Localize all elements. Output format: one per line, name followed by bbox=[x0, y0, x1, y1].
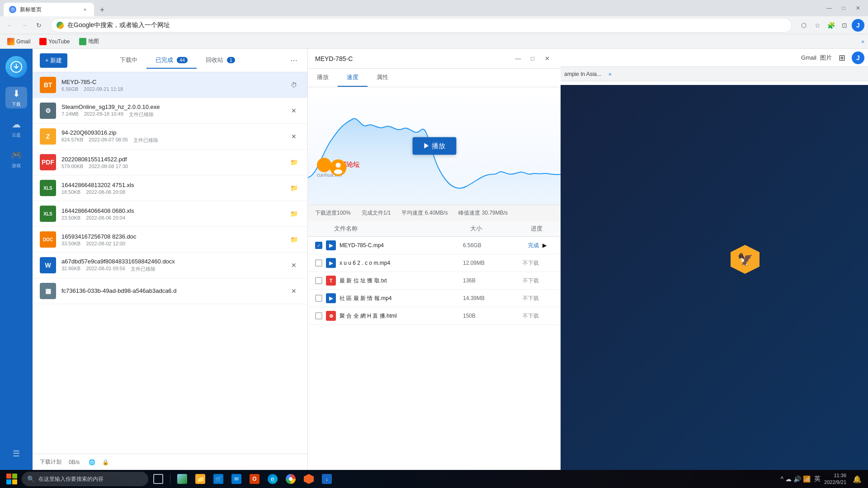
file-action-close-1[interactable]: ✕ bbox=[288, 104, 300, 117]
back-button[interactable]: ← bbox=[4, 19, 16, 32]
file-checkbox-2[interactable] bbox=[315, 277, 322, 284]
cast-button[interactable]: ⬡ bbox=[797, 19, 810, 32]
tab-completed[interactable]: 已完成 44 bbox=[146, 52, 197, 69]
bookmark-youtube[interactable]: YouTube bbox=[36, 37, 73, 47]
taskbar-mail[interactable]: ✉ bbox=[228, 471, 245, 487]
file-action-clock[interactable]: ⏱ bbox=[288, 79, 300, 91]
sidebar-games-btn[interactable]: 🎮 游戏 bbox=[5, 148, 27, 170]
file-checkbox-3[interactable] bbox=[315, 295, 322, 302]
tab-downloading[interactable]: 下载中 bbox=[111, 52, 146, 69]
file-action-close-8[interactable]: ✕ bbox=[288, 285, 300, 297]
file-row-progress-2: 不下载 bbox=[503, 277, 539, 285]
play-button[interactable]: ▶ 播放 bbox=[412, 137, 456, 155]
file-checkbox-0[interactable]: ✓ bbox=[315, 242, 322, 249]
detail-tabs: 播放 速度 属性 bbox=[308, 69, 561, 87]
forward-button[interactable]: → bbox=[18, 19, 31, 32]
sidebar-download-label: 下载 bbox=[12, 101, 21, 108]
tab-properties[interactable]: 属性 bbox=[368, 69, 397, 87]
taskbar-cloud-icon[interactable]: ☁ bbox=[785, 475, 792, 483]
file-item-8[interactable]: ▦ fc736136-033b-49ad-bd98-a546ab3adca6.d… bbox=[33, 278, 307, 304]
taskbar-office[interactable]: O bbox=[246, 471, 263, 487]
minimize-button[interactable]: — bbox=[823, 2, 835, 14]
taskbar-notification-btn[interactable]: 🔔 bbox=[850, 472, 864, 486]
tr-avatar[interactable]: J bbox=[852, 52, 864, 64]
file-row-icon-0: ▶ bbox=[326, 240, 336, 250]
taskbar-brave[interactable] bbox=[301, 471, 317, 487]
tab-recycled[interactable]: 回收站 1 bbox=[197, 52, 244, 69]
file-meta-0: 6.56GB 2022-09-21 11:18 bbox=[61, 86, 282, 92]
taskbar-idm[interactable]: ↓ bbox=[319, 471, 335, 487]
maximize-button[interactable]: □ bbox=[837, 2, 850, 14]
file-checkbox-1[interactable] bbox=[315, 259, 322, 267]
detail-minimize-btn[interactable]: — bbox=[512, 52, 524, 65]
file-action-folder-5[interactable]: 📁 bbox=[288, 207, 300, 220]
close-button[interactable]: ✕ bbox=[852, 2, 864, 14]
bookmarks-more[interactable]: » bbox=[861, 38, 864, 45]
sidebar-download-btn[interactable]: ⬇ 下载 bbox=[5, 87, 27, 108]
tab-search-button[interactable]: ⊡ bbox=[838, 19, 851, 32]
file-item-4[interactable]: XLS 164428664813202 4751.xls 18.50KB 202… bbox=[33, 175, 307, 201]
detail-maximize-btn[interactable]: □ bbox=[526, 52, 539, 65]
file-item-6[interactable]: DOC 165934167256708 8236.doc 33.50KB 202… bbox=[33, 227, 307, 253]
file-action-folder-4[interactable]: 📁 bbox=[288, 182, 300, 194]
detail-close-btn[interactable]: ✕ bbox=[541, 52, 553, 65]
file-item-2[interactable]: Z 94-220Q6093016.zip 624.57KB 2022-09-07… bbox=[33, 124, 307, 150]
taskbar-chevron-icon[interactable]: ^ bbox=[780, 475, 783, 483]
file-action-close-2[interactable]: ✕ bbox=[288, 130, 300, 143]
taskbar-clock[interactable]: 11:36 2022/9/21 bbox=[824, 472, 846, 486]
address-bar[interactable]: 在Google中搜索，或者输入一个网址 bbox=[51, 18, 792, 33]
sidebar-menu-btn[interactable]: ☰ bbox=[7, 445, 25, 463]
taskbar-task-view[interactable] bbox=[150, 471, 166, 487]
start-button[interactable] bbox=[4, 471, 20, 487]
bookmark-gmail[interactable]: Gmail bbox=[4, 37, 34, 47]
file-item-1[interactable]: ⚙ SteamOnline_sg139_hz_2.0.0.10.exe 7.14… bbox=[33, 98, 307, 124]
tr-bookmark-1[interactable]: ampie In Asia... bbox=[564, 71, 601, 77]
tab-close-btn[interactable]: × bbox=[81, 6, 89, 13]
file-row-4[interactable]: ⊕ 聚 合 全 網 H 直 播.html 150B 不下载 bbox=[308, 307, 561, 325]
taskbar-landscape-btn[interactable] bbox=[174, 471, 190, 487]
taskbar-search[interactable]: 🔍 在这里输入你要搜索的内容 bbox=[22, 472, 148, 486]
new-tab-button[interactable]: + bbox=[96, 4, 108, 16]
taskbar-volume-icon[interactable]: 🔊 bbox=[793, 475, 801, 483]
file-row-0[interactable]: ✓ ▶ MEYD-785-C.mp4 6.56GB 完成 ▶ bbox=[308, 237, 561, 254]
taskbar-store[interactable]: 🛒 bbox=[210, 471, 226, 487]
extensions-button[interactable]: 🧩 bbox=[825, 19, 837, 32]
bookmark-button[interactable]: ☆ bbox=[811, 19, 824, 32]
taskbar-date: 2022/9/21 bbox=[824, 479, 846, 486]
file-action-close-7[interactable]: ✕ bbox=[288, 259, 300, 272]
taskbar-edge[interactable]: e bbox=[264, 471, 281, 487]
tr-photos-link[interactable]: 图片 bbox=[820, 54, 832, 62]
file-note-2: 文件已移除 bbox=[133, 137, 158, 144]
file-item-0[interactable]: BT MEYD-785-C 6.56GB 2022-09-21 11:18 ⏱ bbox=[33, 72, 307, 98]
file-action-folder-3[interactable]: 📁 bbox=[288, 156, 300, 169]
user-avatar[interactable]: J bbox=[852, 19, 864, 32]
tr-gmail-link[interactable]: Gmail bbox=[801, 54, 816, 61]
file-action-folder-6[interactable]: 📁 bbox=[288, 233, 300, 246]
file-row-1[interactable]: ▶ x u u 6 2 . c o m.mp4 12.09MB 不下载 bbox=[308, 254, 561, 272]
page-content: ⬇ 下载 ☁ 云盘 🎮 游戏 ☰ + 新建 bbox=[0, 49, 868, 470]
file-row-action-0[interactable]: ▶ bbox=[542, 242, 553, 249]
footer-icon-lock[interactable]: 🔒 bbox=[100, 457, 110, 467]
file-item-5[interactable]: XLS 164428664066408 0680.xls 23.50KB 202… bbox=[33, 201, 307, 227]
tab-speed[interactable]: 速度 bbox=[338, 69, 368, 87]
taskbar-lang-btn[interactable]: 英 bbox=[814, 475, 821, 483]
file-checkbox-4[interactable] bbox=[315, 312, 322, 319]
taskbar-chrome[interactable] bbox=[283, 471, 299, 487]
hex-decoration: 🦅 bbox=[731, 245, 760, 274]
file-row-2[interactable]: T 最 新 位 址 獲 取.txt 136B 不下载 bbox=[308, 272, 561, 290]
file-item-7[interactable]: W a67dbd57e9ca9f80848331658842460.docx 3… bbox=[33, 253, 307, 278]
tr-more-bookmarks[interactable]: » bbox=[609, 71, 612, 77]
file-row-3[interactable]: ▶ 社 區 最 新 情 報.mp4 14.39MB 不下载 bbox=[308, 290, 561, 307]
bookmark-maps[interactable]: 地图 bbox=[75, 36, 103, 47]
reload-button[interactable]: ↻ bbox=[33, 19, 45, 32]
sidebar-cloud-btn[interactable]: ☁ 云盘 bbox=[5, 117, 27, 139]
new-download-btn[interactable]: + 新建 bbox=[40, 53, 67, 68]
taskbar-wifi-icon[interactable]: 📶 bbox=[803, 475, 811, 483]
tab-play[interactable]: 播放 bbox=[308, 69, 338, 87]
dm-more-btn[interactable]: ⋯ bbox=[288, 54, 300, 67]
footer-icon-globe[interactable]: 🌐 bbox=[87, 457, 97, 467]
google-apps-btn[interactable]: ⊞ bbox=[835, 52, 848, 64]
taskbar-file-explorer[interactable]: 📁 bbox=[192, 471, 208, 487]
active-tab[interactable]: 新标签页 × bbox=[4, 3, 94, 16]
file-item-3[interactable]: PDF 20220808155114522.pdf 579.00KB 2022-… bbox=[33, 150, 307, 175]
